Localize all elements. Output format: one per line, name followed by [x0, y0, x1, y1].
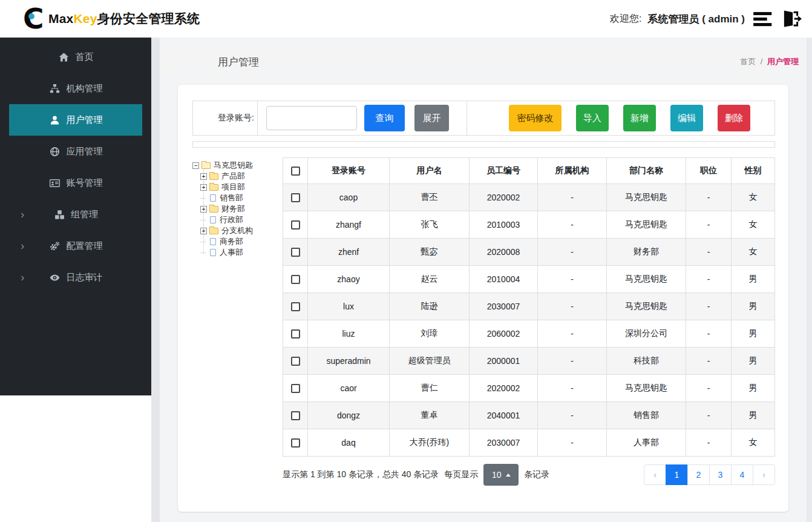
- row-checkbox[interactable]: [291, 411, 300, 420]
- delete-button[interactable]: 删除: [718, 105, 750, 131]
- table-row[interactable]: daq大乔(乔玮)2030007-人事部-女: [283, 429, 775, 457]
- tree-node-label[interactable]: 财务部: [221, 203, 245, 214]
- tree-node[interactable]: +产品部: [200, 171, 283, 182]
- cell-position: -: [686, 429, 732, 457]
- collapse-icon[interactable]: −: [192, 162, 199, 169]
- list-icon[interactable]: [753, 10, 773, 28]
- tree-node-label[interactable]: 项目部: [221, 182, 245, 193]
- cell-gender: 男: [732, 402, 775, 429]
- expand-icon[interactable]: +: [200, 184, 207, 191]
- tree-node-label[interactable]: 人事部: [220, 247, 243, 258]
- row-checkbox[interactable]: [291, 248, 300, 257]
- sidebar-item-user[interactable]: 用户管理: [9, 104, 142, 136]
- sidebar-item-home[interactable]: 首页: [9, 41, 142, 73]
- table-row[interactable]: zhenf甄宓2020008-财务部-女: [283, 239, 775, 266]
- table-row[interactable]: caor曹仁2020002-马克思钥匙-男: [283, 375, 775, 402]
- search-input[interactable]: [266, 106, 357, 130]
- eye-icon: [49, 272, 61, 283]
- tree-node-label[interactable]: 马克思钥匙: [214, 160, 253, 171]
- org-tree: −马克思钥匙+产品部+项目部销售部+财务部行政部+分支机构商务部人事部: [192, 157, 283, 486]
- tree-node[interactable]: +项目部: [200, 182, 283, 193]
- add-button[interactable]: 新增: [623, 105, 656, 131]
- pagination-page-4[interactable]: 4: [731, 464, 753, 485]
- cell-org: -: [538, 211, 607, 239]
- pagination-page-3[interactable]: 3: [709, 464, 732, 485]
- sidebar-item-audit[interactable]: ›日志审计: [9, 262, 142, 293]
- table-row[interactable]: superadmin超级管理员2000001-科技部-男: [283, 348, 775, 375]
- pagination-page-2[interactable]: 2: [687, 464, 710, 485]
- table-row[interactable]: zhaoy赵云2010004-马克思钥匙-男: [283, 266, 775, 293]
- sidebar-item-account[interactable]: 账号管理: [9, 167, 142, 199]
- tree-node[interactable]: +分支机构: [200, 225, 283, 236]
- table-row[interactable]: lux陆逊2030007-马克思钥匙-男: [283, 293, 775, 320]
- pagination-next[interactable]: ›: [753, 464, 775, 485]
- cell-login: zhenf: [308, 239, 390, 266]
- row-checkbox-cell: [283, 375, 308, 402]
- tree-node-label[interactable]: 分支机构: [221, 225, 253, 236]
- table-row[interactable]: dongz董卓2040001-销售部-男: [283, 402, 775, 429]
- pagination-page-1[interactable]: 1: [666, 464, 688, 485]
- tree-node[interactable]: 商务部: [200, 236, 283, 247]
- pagination-prev[interactable]: ‹: [644, 464, 666, 485]
- query-button[interactable]: 查询: [364, 105, 405, 131]
- cell-dept: 科技部: [607, 348, 686, 375]
- password-change-button[interactable]: 密码修改: [509, 105, 562, 131]
- main-area: 用户管理 首页 / 用户管理 登录账号: 查询 展开 密码修改 导入 新增 编辑…: [151, 38, 812, 522]
- row-checkbox[interactable]: [291, 438, 300, 448]
- sidebar-item-app[interactable]: 应用管理: [9, 136, 142, 167]
- cell-gender: 女: [732, 239, 775, 266]
- sidebar-item-org[interactable]: 机构管理: [9, 73, 142, 104]
- table-row[interactable]: caop曹丕2020002-马克思钥匙-女: [283, 184, 775, 211]
- breadcrumb-home[interactable]: 首页: [740, 57, 756, 66]
- sidebar-item-group[interactable]: ›组管理: [9, 199, 142, 230]
- user-icon: [49, 114, 61, 125]
- cell-gender: 女: [732, 211, 775, 239]
- expand-icon[interactable]: +: [200, 228, 207, 234]
- scrollbar-track[interactable]: [807, 38, 812, 522]
- cell-name: 曹仁: [390, 375, 470, 402]
- tree-node-label[interactable]: 产品部: [221, 171, 245, 182]
- brand-key: Key: [73, 12, 97, 25]
- select-all-checkbox[interactable]: [291, 167, 300, 176]
- folder-icon: [209, 228, 218, 234]
- tree-root-node[interactable]: −马克思钥匙: [192, 160, 283, 171]
- row-checkbox-cell: [283, 348, 308, 375]
- expand-button[interactable]: 展开: [414, 105, 449, 131]
- sidebar-item-config[interactable]: ›配置管理: [9, 230, 142, 262]
- cell-login: zhangf: [308, 211, 390, 239]
- table-row[interactable]: liuz刘璋2060002-深圳分公司-男: [283, 320, 775, 348]
- row-checkbox[interactable]: [291, 193, 300, 202]
- cell-dept: 人事部: [607, 429, 686, 457]
- cell-org: -: [538, 184, 607, 211]
- tree-node-label[interactable]: 销售部: [220, 193, 243, 203]
- import-button[interactable]: 导入: [576, 105, 609, 131]
- row-checkbox[interactable]: [291, 220, 300, 230]
- tree-node[interactable]: 销售部: [200, 193, 283, 203]
- expand-icon[interactable]: +: [200, 206, 207, 213]
- row-checkbox-cell: [283, 266, 308, 293]
- page-size-dropdown[interactable]: 10: [483, 464, 519, 486]
- row-checkbox[interactable]: [291, 275, 300, 284]
- row-checkbox[interactable]: [291, 302, 300, 311]
- breadcrumb-current: 用户管理: [767, 57, 799, 66]
- folder-icon: [209, 173, 218, 180]
- logout-icon[interactable]: [782, 10, 802, 28]
- cell-dept: 马克思钥匙: [607, 184, 686, 211]
- folder-open-icon: [201, 162, 211, 169]
- cell-org: -: [538, 429, 607, 457]
- maxkey-logo-icon: C: [23, 4, 47, 33]
- expand-icon[interactable]: +: [200, 173, 207, 180]
- row-checkbox[interactable]: [291, 357, 300, 366]
- sidebar-item-label: 首页: [76, 51, 94, 63]
- tree-node[interactable]: 行政部: [200, 214, 283, 225]
- table-row[interactable]: zhangf张飞2010003-马克思钥匙-女: [283, 211, 775, 239]
- cell-emp_no: 2040001: [470, 402, 538, 429]
- row-checkbox[interactable]: [291, 384, 300, 393]
- tree-node-label[interactable]: 商务部: [220, 236, 243, 247]
- tree-node[interactable]: 人事部: [200, 247, 283, 258]
- edit-button[interactable]: 编辑: [670, 105, 703, 131]
- tree-node[interactable]: +财务部: [200, 203, 283, 214]
- row-checkbox[interactable]: [291, 329, 300, 339]
- tree-node-label[interactable]: 行政部: [220, 214, 243, 225]
- cell-position: -: [686, 320, 732, 348]
